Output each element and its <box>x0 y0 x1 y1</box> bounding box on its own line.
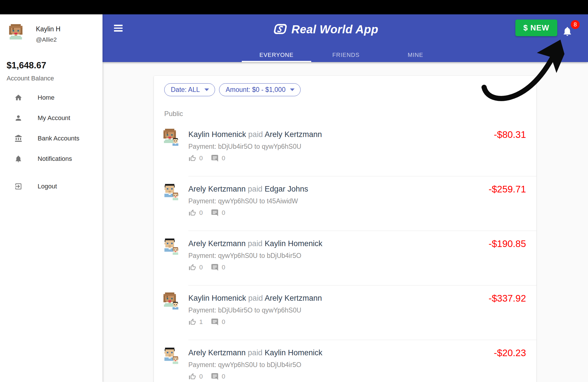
transaction-description: Payment: qywYp6hS0U to t45AiwidW <box>188 197 526 205</box>
receiver-name: Arely Kertzmann <box>265 130 322 139</box>
sidebar-item-label: Bank Accounts <box>38 135 80 142</box>
transaction-row[interactable]: Arely Kertzmann paid Kaylin Homenick Pay… <box>154 231 536 285</box>
transaction-social-row: 0 0 <box>188 209 526 217</box>
notifications-bell-button[interactable]: 8 <box>562 22 576 38</box>
like-icon[interactable] <box>188 318 196 326</box>
new-transaction-button[interactable]: $ NEW <box>515 20 557 36</box>
feed-tabs: EVERYONE FRIENDS MINE <box>242 48 450 62</box>
sidebar-item-my-account[interactable]: My Account <box>0 112 102 124</box>
amount-filter-label: Amount: $0 - $1,000 <box>226 86 285 94</box>
avatar-receiver <box>171 192 180 203</box>
account-balance-amount: $1,648.67 <box>7 60 46 71</box>
transaction-social-row: 0 0 <box>188 373 526 381</box>
comment-count: 0 <box>222 373 225 380</box>
action-word: paid <box>248 348 265 357</box>
chevron-down-icon <box>204 88 209 91</box>
action-word: paid <box>248 185 265 193</box>
like-icon[interactable] <box>188 154 196 162</box>
transaction-amount: -$337.92 <box>489 293 526 304</box>
transaction-avatars <box>162 347 191 373</box>
like-count: 0 <box>199 373 203 380</box>
chevron-down-icon <box>290 88 295 91</box>
sidebar-item-label: Home <box>38 94 55 101</box>
transaction-avatars <box>162 183 191 209</box>
transaction-title: Arely Kertzmann paid Kaylin Homenick <box>188 239 526 248</box>
transaction-row[interactable]: Arely Kertzmann paid Edgar Johns Payment… <box>154 176 536 231</box>
home-icon <box>14 94 22 102</box>
action-word: paid <box>248 239 265 248</box>
transaction-amount: -$259.71 <box>489 184 526 195</box>
sidebar-item-label: Logout <box>38 183 57 190</box>
comment-icon[interactable] <box>211 154 219 162</box>
transaction-avatars <box>162 238 191 264</box>
comment-icon[interactable] <box>211 318 219 326</box>
sender-name: Kaylin Homenick <box>188 294 246 302</box>
comment-icon[interactable] <box>211 373 219 381</box>
receiver-name: Arely Kertzmann <box>265 294 322 302</box>
bell-icon <box>14 155 22 163</box>
transaction-row[interactable]: Kaylin Homenick paid Arely Kertzmann Pay… <box>154 285 536 340</box>
amount-filter-chip[interactable]: Amount: $0 - $1,000 <box>219 83 301 96</box>
transaction-social-row: 1 0 <box>188 318 526 326</box>
transaction-amount: -$80.31 <box>494 129 526 140</box>
date-filter-chip[interactable]: Date: ALL <box>164 83 215 96</box>
like-icon[interactable] <box>188 373 196 381</box>
transaction-title: Kaylin Homenick paid Arely Kertzmann <box>188 294 526 303</box>
sidebar: Kaylin H @Allie2 $1,648.67 Account Balan… <box>0 14 102 382</box>
logout-icon <box>14 182 22 190</box>
sidebar-item-notifications[interactable]: Notifications <box>0 153 102 165</box>
sender-name: Kaylin Homenick <box>188 130 246 139</box>
sidebar-item-bank-accounts[interactable]: Bank Accounts <box>0 133 102 144</box>
receiver-name: Kaylin Homenick <box>265 239 322 248</box>
app-brand: Real World App <box>271 22 378 37</box>
sidebar-item-logout[interactable]: Logout <box>0 181 102 192</box>
app-title: Real World App <box>291 23 378 36</box>
transaction-list: Kaylin Homenick paid Arely Kertzmann Pay… <box>154 122 536 382</box>
like-count: 0 <box>199 209 203 217</box>
browser-black-bar <box>0 0 588 14</box>
sidebar-item-home[interactable]: Home <box>0 92 102 103</box>
like-count: 0 <box>199 264 203 271</box>
comment-count: 0 <box>222 264 225 271</box>
tab-friends[interactable]: FRIENDS <box>311 48 381 62</box>
sender-name: Arely Kertzmann <box>188 185 246 193</box>
notifications-count-badge: 8 <box>571 20 580 29</box>
comment-count: 0 <box>222 155 225 162</box>
avatar-receiver <box>171 137 180 148</box>
filter-bar: Date: ALL Amount: $0 - $1,000 <box>154 76 536 96</box>
comment-count: 0 <box>222 209 225 217</box>
tab-mine[interactable]: MINE <box>381 48 450 62</box>
comment-icon[interactable] <box>211 263 219 271</box>
bell-icon <box>562 25 573 37</box>
transaction-description: Payment: bDjUb4ir5O to qywYp6hS0U <box>188 143 526 151</box>
transaction-title: Kaylin Homenick paid Arely Kertzmann <box>188 130 526 139</box>
transaction-row[interactable]: Kaylin Homenick paid Arely Kertzmann Pay… <box>154 122 536 176</box>
app-navbar: Real World App EVERYONE FRIENDS MINE $ N… <box>102 14 588 62</box>
receiver-name: Edgar Johns <box>265 185 308 193</box>
tab-everyone[interactable]: EVERYONE <box>242 48 311 62</box>
sidebar-item-label: My Account <box>38 114 70 122</box>
transaction-social-row: 0 0 <box>188 154 526 162</box>
like-icon[interactable] <box>188 263 196 271</box>
person-icon <box>14 114 22 122</box>
action-word: paid <box>248 130 265 139</box>
hamburger-menu-icon[interactable] <box>114 25 123 32</box>
comment-icon[interactable] <box>211 209 219 217</box>
sender-name: Arely Kertzmann <box>188 348 246 357</box>
date-filter-label: Date: ALL <box>171 86 200 94</box>
bank-icon <box>14 134 22 142</box>
avatar-receiver <box>171 356 180 366</box>
like-icon[interactable] <box>188 209 196 217</box>
transaction-social-row: 0 0 <box>188 263 526 271</box>
avatar-receiver <box>171 301 180 312</box>
transaction-title: Arely Kertzmann paid Kaylin Homenick <box>188 348 526 357</box>
sender-name: Arely Kertzmann <box>188 239 246 248</box>
transaction-description: Payment: bDjUb4ir5O to qywYp6hS0U <box>188 306 526 314</box>
comment-count: 0 <box>222 318 225 326</box>
like-count: 0 <box>199 155 203 162</box>
transaction-description: Payment: qywYp6hS0U to bDjUb4ir5O <box>188 361 526 369</box>
transaction-amount: -$20.23 <box>494 348 526 358</box>
transactions-card: Date: ALL Amount: $0 - $1,000 Public Kay… <box>154 76 536 382</box>
transaction-avatars <box>162 129 191 155</box>
transaction-row[interactable]: Arely Kertzmann paid Kaylin Homenick Pay… <box>154 340 536 382</box>
